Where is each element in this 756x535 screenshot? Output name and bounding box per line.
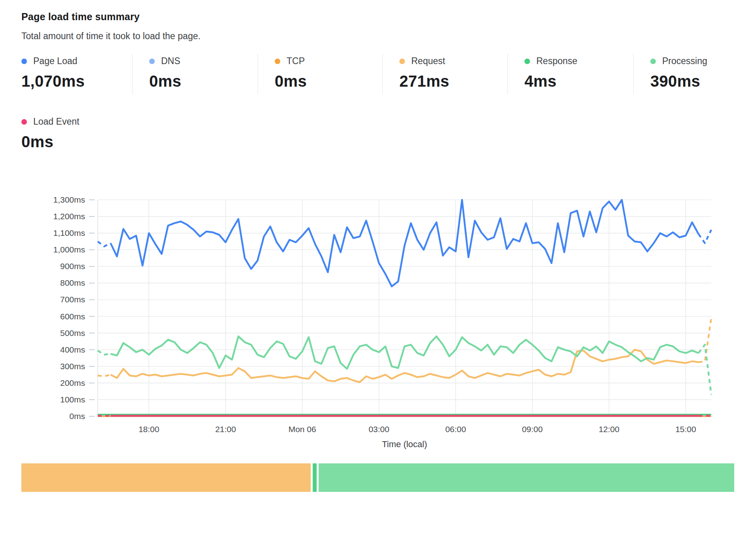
page-title: Page load time summary xyxy=(21,11,734,23)
y-tick-label: 1,100ms xyxy=(53,228,85,237)
bar-segment-request xyxy=(21,463,311,492)
metric-value: 4ms xyxy=(524,72,633,90)
series-page-load-dash-tail xyxy=(699,230,711,243)
series-request-dash-tail xyxy=(699,318,711,362)
response-legend-dot-icon xyxy=(524,59,530,64)
series-page-load-dash-head xyxy=(98,241,110,247)
metric-value: 0ms xyxy=(149,72,258,90)
dns-legend-dot-icon xyxy=(149,59,155,64)
metric-label: Processing xyxy=(662,56,707,66)
y-tick-label: 800ms xyxy=(60,278,85,287)
x-tick-label: 18:00 xyxy=(139,425,160,434)
processing-legend-dot-icon xyxy=(650,59,656,64)
metric-card-load-event: Load Event0ms xyxy=(21,114,132,155)
metric-card-tcp: TCP0ms xyxy=(258,53,382,94)
metric-card-header: Load Event xyxy=(21,116,132,127)
series-request-line xyxy=(110,350,698,382)
metric-label: Page Load xyxy=(33,56,77,66)
y-tick-label: 0ms xyxy=(69,412,85,421)
metric-card-header: DNS xyxy=(149,56,258,66)
x-tick-label: 21:00 xyxy=(215,425,236,434)
x-axis-title: Time (local) xyxy=(382,439,427,449)
y-tick-label: 200ms xyxy=(60,378,85,387)
x-tick-label: 09:00 xyxy=(522,425,543,434)
y-tick-label: 300ms xyxy=(60,362,85,371)
metric-card-header: TCP xyxy=(275,56,382,66)
metrics-row: Page Load1,070msDNS0msTCP0msRequest271ms… xyxy=(21,53,734,94)
metrics-row-2: Load Event0ms xyxy=(21,114,734,155)
metric-card-request: Request271ms xyxy=(382,53,507,94)
y-tick-label: 1,200ms xyxy=(53,212,85,221)
series-processing-line xyxy=(110,336,698,369)
metric-value: 0ms xyxy=(21,133,132,151)
page-load-legend-dot-icon xyxy=(21,59,27,64)
metric-value: 390ms xyxy=(650,72,734,90)
metric-label: Load Event xyxy=(33,116,79,127)
metric-label: Response xyxy=(536,56,577,66)
metric-label: DNS xyxy=(161,56,180,66)
x-tick-label: 06:00 xyxy=(445,425,466,434)
load-event-legend-dot-icon xyxy=(21,119,27,125)
metric-card-header: Processing xyxy=(650,56,734,66)
series-request-dash-head xyxy=(98,375,110,376)
metric-card-header: Request xyxy=(399,56,507,66)
y-tick-label: 1,300ms xyxy=(53,195,85,204)
metric-label: Request xyxy=(411,56,445,66)
metric-card-header: Page Load xyxy=(21,56,132,66)
timing-distribution-bar xyxy=(21,463,734,492)
y-tick-label: 600ms xyxy=(60,312,85,321)
metric-card-response: Response4ms xyxy=(507,53,633,94)
metric-card-page-load: Page Load1,070ms xyxy=(21,53,132,94)
y-tick-label: 1,000ms xyxy=(53,245,85,254)
y-tick-label: 700ms xyxy=(60,295,85,304)
series-processing-dash-tail xyxy=(699,345,711,395)
tcp-legend-dot-icon xyxy=(275,59,280,64)
metric-value: 0ms xyxy=(275,72,382,90)
series-page-load-line xyxy=(110,200,698,286)
x-tick-label: 12:00 xyxy=(598,425,619,434)
load-time-chart[interactable]: 0ms100ms200ms300ms400ms500ms600ms700ms80… xyxy=(21,191,734,452)
metric-card-processing: Processing390ms xyxy=(633,53,734,94)
metric-value: 1,070ms xyxy=(21,72,132,90)
y-tick-label: 400ms xyxy=(60,345,85,354)
page-subtitle: Total amount of time it took to load the… xyxy=(21,31,734,42)
y-tick-label: 500ms xyxy=(60,328,85,338)
request-legend-dot-icon xyxy=(399,59,405,64)
y-tick-label: 900ms xyxy=(60,262,85,271)
metric-label: TCP xyxy=(287,56,305,66)
page-load-summary-panel: Page load time summary Total amount of t… xyxy=(0,0,756,535)
chart-svg[interactable]: 0ms100ms200ms300ms400ms500ms600ms700ms80… xyxy=(21,191,734,452)
bar-segment-response xyxy=(313,463,317,492)
y-tick-label: 100ms xyxy=(60,395,85,404)
metric-value: 271ms xyxy=(399,72,507,90)
metric-card-dns: DNS0ms xyxy=(132,53,258,94)
x-tick-label: Mon 06 xyxy=(289,425,316,434)
metric-card-header: Response xyxy=(524,56,633,66)
x-tick-label: 03:00 xyxy=(369,425,389,434)
x-tick-label: 15:00 xyxy=(675,425,696,434)
bar-segment-processing xyxy=(319,463,734,492)
series-processing-dash-head xyxy=(98,351,110,355)
